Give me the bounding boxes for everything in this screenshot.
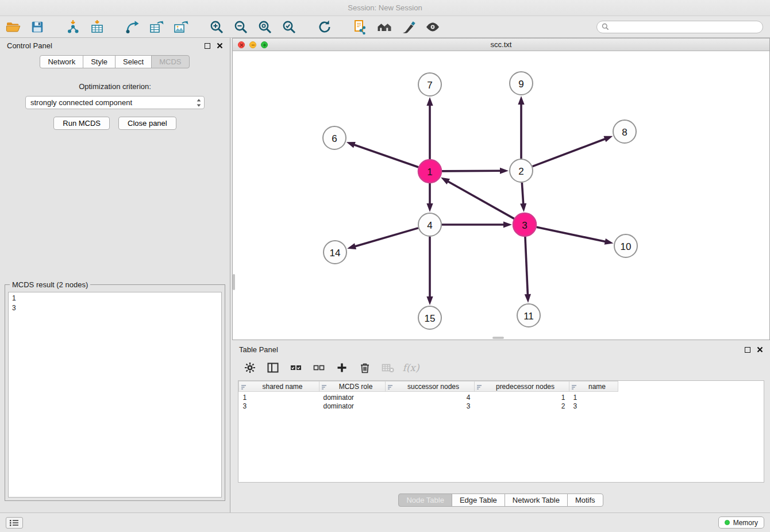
apply-style-button[interactable]: [399, 18, 418, 36]
zoom-fit-button[interactable]: [255, 18, 275, 36]
column-header-mcds-role[interactable]: MCDS role: [319, 381, 386, 392]
graph-node[interactable]: 2: [510, 159, 533, 182]
zoom-fit-icon: [257, 20, 272, 34]
table-row[interactable]: 1dominator411: [239, 392, 618, 402]
graph-node[interactable]: 7: [418, 73, 441, 96]
zoom-in-button[interactable]: [207, 18, 226, 36]
export-network-icon: [125, 20, 140, 34]
tab-network-table[interactable]: Network Table: [505, 494, 568, 507]
graph-node[interactable]: 6: [323, 126, 346, 149]
save-session-button[interactable]: [28, 18, 47, 36]
graph-node[interactable]: 15: [418, 306, 441, 329]
graph-edge[interactable]: [354, 228, 418, 247]
vertical-scrollbar[interactable]: [233, 274, 235, 290]
delete-column-button[interactable]: [359, 361, 371, 374]
refresh-view-button[interactable]: [315, 18, 334, 36]
import-table-file-button[interactable]: [87, 18, 107, 36]
paint-brush-icon: [401, 20, 416, 34]
sort-icon: [571, 384, 577, 392]
float-panel-icon[interactable]: [745, 347, 750, 353]
memory-button[interactable]: Memory: [718, 516, 764, 529]
add-column-button[interactable]: [336, 361, 348, 374]
graph-edge[interactable]: [522, 183, 523, 205]
settings-gear-button[interactable]: [244, 361, 256, 374]
column-header-predecessor-nodes[interactable]: predecessor nodes: [475, 381, 569, 392]
table-cell[interactable]: 1: [239, 392, 319, 402]
tab-select[interactable]: Select: [115, 55, 152, 68]
table-cell[interactable]: 2: [475, 402, 569, 411]
edge-arrowhead: [426, 296, 433, 305]
edge-arrowhead: [520, 203, 526, 212]
tab-motifs[interactable]: Motifs: [567, 494, 603, 507]
home-button[interactable]: [375, 18, 394, 36]
node-table-container[interactable]: shared name MCDS role successor nodes pr…: [238, 380, 764, 483]
open-folder-icon: [6, 20, 21, 34]
close-window-button[interactable]: [238, 41, 245, 48]
delete-table-button[interactable]: [382, 361, 394, 374]
edge-arrowhead: [525, 294, 531, 303]
table-row[interactable]: 3dominator323: [239, 402, 618, 411]
tab-mcds[interactable]: MCDS: [151, 55, 189, 68]
export-table-button[interactable]: [147, 18, 167, 36]
table-cell[interactable]: 1: [475, 392, 569, 402]
graph-node-selected[interactable]: 1: [418, 160, 441, 183]
graph-edge[interactable]: [525, 237, 528, 296]
open-session-button[interactable]: [3, 18, 23, 36]
close-panel-button[interactable]: Close panel: [118, 117, 176, 130]
graph-node[interactable]: 8: [613, 120, 636, 143]
table-cell[interactable]: dominator: [319, 402, 386, 411]
graph-edge[interactable]: [533, 138, 607, 167]
graph-edge[interactable]: [353, 144, 418, 167]
table-cell[interactable]: 3: [569, 402, 618, 411]
table-cell[interactable]: 4: [386, 392, 475, 402]
column-header-shared-name[interactable]: shared name: [239, 381, 319, 392]
close-panel-icon[interactable]: [757, 346, 763, 353]
search-input[interactable]: [612, 23, 758, 31]
graph-edge[interactable]: [442, 171, 502, 171]
minimize-window-button[interactable]: [249, 41, 256, 48]
tab-node-table[interactable]: Node Table: [398, 494, 452, 507]
mcds-result-list[interactable]: 1 3: [8, 292, 222, 498]
column-layout-button[interactable]: [267, 361, 279, 374]
edge-arrowhead: [518, 96, 524, 105]
export-image-button[interactable]: [171, 18, 191, 36]
task-history-button[interactable]: [6, 517, 23, 529]
column-header-name[interactable]: name: [569, 381, 618, 392]
optimization-criterion-select[interactable]: strongly connected component: [25, 96, 205, 109]
maximize-window-button[interactable]: [261, 41, 268, 48]
tab-edge-table[interactable]: Edge Table: [452, 494, 505, 507]
tab-style[interactable]: Style: [83, 55, 116, 68]
graph-node[interactable]: 4: [418, 213, 441, 236]
network-window-titlebar[interactable]: scc.txt: [233, 38, 769, 51]
zoom-out-button[interactable]: [231, 18, 251, 36]
edge-arrowhead: [500, 168, 509, 174]
graph-node[interactable]: 14: [324, 241, 346, 264]
graph-node-selected[interactable]: 3: [513, 213, 536, 236]
tab-network[interactable]: Network: [40, 55, 83, 68]
export-network-button[interactable]: [123, 18, 143, 36]
graph-node[interactable]: 9: [510, 72, 533, 95]
global-search[interactable]: [596, 21, 763, 33]
graph-edge[interactable]: [537, 227, 607, 242]
toggle-visibility-button[interactable]: [423, 18, 442, 36]
deselect-all-button[interactable]: [313, 361, 325, 374]
horizontal-scrollbar[interactable]: [492, 337, 504, 339]
table-cell[interactable]: 3: [386, 402, 475, 411]
close-panel-icon[interactable]: [217, 43, 223, 49]
table-cell[interactable]: 3: [239, 402, 319, 411]
zoom-selected-button[interactable]: [279, 18, 299, 36]
graph-edge[interactable]: [447, 181, 514, 219]
import-network-file-button[interactable]: [63, 18, 83, 36]
run-mcds-button[interactable]: Run MCDS: [53, 117, 110, 130]
table-cell[interactable]: dominator: [319, 392, 386, 402]
select-all-button[interactable]: [290, 361, 302, 374]
graph-node[interactable]: 11: [517, 304, 540, 327]
graph-node[interactable]: 10: [614, 234, 637, 257]
function-builder-button[interactable]: f(x): [405, 361, 417, 374]
network-canvas[interactable]: 7968124314101511: [233, 51, 769, 340]
network-from-clipboard-button[interactable]: [351, 18, 370, 36]
table-cell[interactable]: 1: [569, 392, 618, 402]
edge-arrowhead: [426, 203, 433, 212]
column-header-successor-nodes[interactable]: successor nodes: [386, 381, 475, 392]
float-panel-icon[interactable]: [205, 43, 210, 49]
